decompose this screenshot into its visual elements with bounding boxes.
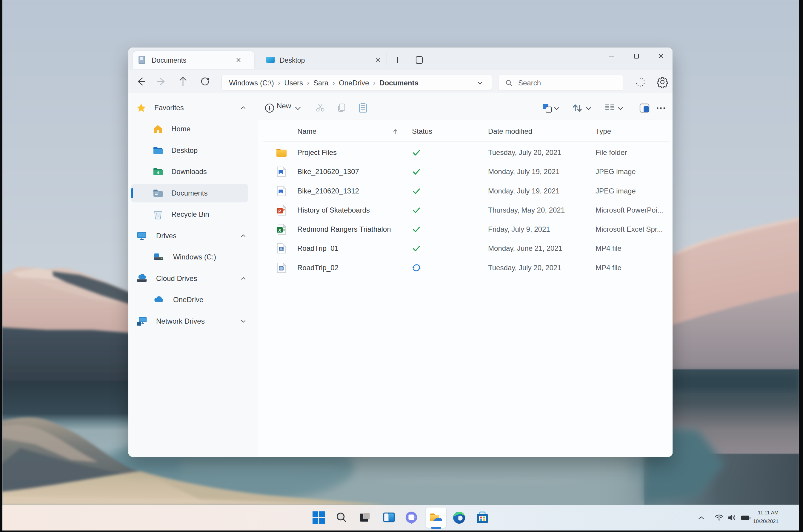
svg-text:X: X xyxy=(278,228,281,232)
svg-text:P: P xyxy=(278,209,281,213)
